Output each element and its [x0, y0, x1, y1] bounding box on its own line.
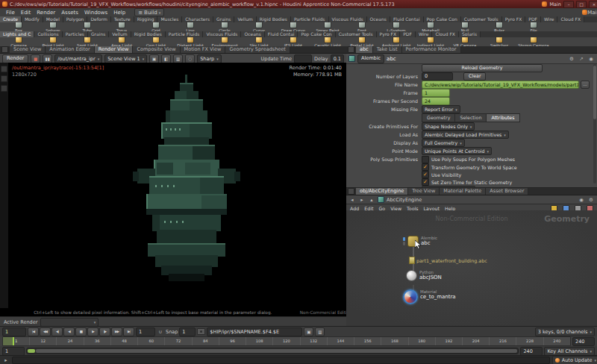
shelf-tool[interactable]: IES Light: [276, 37, 310, 46]
save-image-icon[interactable]: ▣: [149, 54, 159, 63]
pane-menu-icon[interactable]: [1, 46, 8, 53]
next-frame-button[interactable]: |▶: [99, 327, 110, 336]
file-name-field[interactable]: C:/dev/ews/wip/Tutorials/Tutorial_19_VFX…: [422, 81, 579, 89]
folder-tab[interactable]: Selection: [454, 113, 486, 122]
shelf-tab[interactable]: Customer Tools: [461, 16, 502, 22]
pane-tab[interactable]: Composite View: [133, 46, 180, 53]
shelf-tab[interactable]: Oceans: [241, 31, 264, 37]
shelf-tab[interactable]: Wire: [416, 31, 433, 37]
shelf-tool[interactable]: L-System: [379, 22, 413, 31]
image-zoom-icon[interactable]: [1, 85, 7, 92]
pane-tab[interactable]: Scene View: [10, 46, 46, 53]
pane-tab[interactable]: Material Palette: [440, 188, 486, 195]
back-arrow-icon[interactable]: ◂: [348, 197, 356, 203]
shelf-tab[interactable]: Grains: [88, 31, 109, 37]
node-flags[interactable]: [403, 236, 405, 245]
network-context-path[interactable]: AbcCityEngine: [387, 197, 422, 203]
region-render-icon[interactable]: ◌: [185, 54, 195, 63]
shelf-tab[interactable]: Texture: [111, 16, 134, 22]
create-primitives-select[interactable]: Shape Nodes Only▾: [422, 122, 475, 131]
shelf-tab[interactable]: Characters: [182, 16, 213, 22]
folder-tab[interactable]: Attributes: [486, 113, 519, 122]
shelf-tool[interactable]: Switcher: [482, 37, 516, 46]
pane-tab[interactable]: Render View: [95, 46, 134, 53]
snap-field[interactable]: 1: [179, 327, 196, 336]
gear-icon[interactable]: ⚙: [568, 56, 575, 62]
maximize-button[interactable]: □: [576, 1, 587, 8]
shelf-tool[interactable]: Tube: [70, 22, 104, 31]
shelf-tool[interactable]: Box: [1, 22, 36, 31]
alembic-file-reference[interactable]: part1_waterfront_building.abc: [409, 257, 487, 264]
shelf-tool[interactable]: Point Light: [36, 37, 70, 46]
snapshot-camera-icon[interactable]: ◧: [161, 54, 171, 63]
shelf-tool[interactable]: File: [516, 22, 551, 31]
menu-item[interactable]: Edit: [18, 10, 34, 16]
node-python[interactable]: Python abcJSON: [406, 270, 442, 281]
active-render-selector[interactable]: ▾: [40, 318, 99, 327]
operator-type-chip[interactable]: Alembic: [357, 54, 384, 63]
key-all-channels-selector[interactable]: Key All Channels▾: [544, 347, 595, 356]
missing-file-select[interactable]: Report Error▾: [422, 105, 460, 113]
prev-frame-button[interactable]: ◀|: [51, 327, 63, 336]
delay-field[interactable]: 0.1: [331, 54, 344, 63]
shelf-tool[interactable]: Sphere: [36, 22, 70, 31]
rewind-button[interactable]: |◀: [28, 327, 39, 336]
shelf-tool[interactable]: Draw Curve: [276, 22, 310, 31]
node-name-field[interactable]: abc: [387, 56, 396, 62]
shelf-tab[interactable]: Rigging: [134, 16, 158, 22]
render-region-icon[interactable]: [1, 75, 7, 82]
shelf-tool[interactable]: Distant Light: [173, 37, 207, 46]
stop-button[interactable]: ■: [75, 327, 87, 336]
next-keyframe-button[interactable]: ▶▶: [111, 327, 122, 336]
auto-update-selector[interactable]: Auto Update ▾: [552, 356, 597, 364]
playhead[interactable]: [3, 337, 14, 345]
menu-item[interactable]: Assets: [58, 10, 81, 16]
shelf-tab[interactable]: Fluid Contai: [265, 31, 298, 37]
magnet-snap-icon[interactable]: ∪: [157, 329, 164, 335]
take-snapshot-icon[interactable]: ▣: [304, 327, 313, 336]
shelf-tool[interactable]: Caustic Light: [310, 37, 345, 46]
shelf-tab[interactable]: Rigid Bodies: [131, 31, 166, 37]
shelf-tool[interactable]: Area Light: [104, 37, 139, 46]
range-end-field[interactable]: 240: [520, 347, 543, 356]
shelf-tab[interactable]: Cloud FX: [557, 16, 584, 22]
frame-jump-field[interactable]: 1: [136, 327, 155, 336]
pane-tab[interactable]: abc: [356, 46, 373, 53]
node-material[interactable]: Material ce_to_mantra: [403, 289, 456, 304]
display-as-select[interactable]: Full Geometry▾: [422, 139, 465, 147]
shelf-tool[interactable]: Ambient Light: [379, 37, 413, 46]
shelf-tab[interactable]: Cloud FX: [432, 31, 459, 37]
current-frame-field[interactable]: 1: [2, 327, 26, 336]
pane-tab[interactable]: Asset Browser: [486, 188, 528, 195]
pause-render-icon[interactable]: ▮▮: [43, 54, 52, 63]
pane-tab[interactable]: Take List: [373, 46, 402, 53]
pane-tab[interactable]: Motion FX View: [181, 46, 226, 53]
shelf-tab[interactable]: Collisions: [34, 31, 62, 37]
snapshot-list-icon[interactable]: ▥: [315, 327, 325, 336]
shelf-tool[interactable]: Spot Light: [70, 37, 104, 46]
shelf-tool[interactable]: Stereo Camera: [516, 37, 551, 46]
shelf-tool[interactable]: Geo Light: [139, 37, 173, 46]
world-space-checkbox[interactable]: ✓: [422, 163, 429, 171]
keys-info-selector[interactable]: 3 keys, 0/0 channels▾: [535, 327, 595, 336]
shelf-tab[interactable]: Muscles: [157, 16, 182, 22]
desktop-selector[interactable]: ≡ Build ▾: [134, 8, 164, 16]
pane-tab[interactable]: obj/AbcCityEngine: [356, 188, 408, 195]
up-arrow-icon[interactable]: ▴: [368, 197, 375, 203]
shelf-tab[interactable]: Pyro FX: [377, 31, 401, 37]
shelf-tool[interactable]: Grid: [139, 22, 173, 31]
shelf-tab[interactable]: Vellum: [109, 31, 131, 37]
shelf-tab[interactable]: PDF: [400, 31, 416, 37]
shelf-tool[interactable]: Null: [448, 22, 482, 31]
shelf-tool[interactable]: Environment: [207, 37, 242, 46]
menu-item[interactable]: File: [3, 10, 18, 16]
render-viewport[interactable]: /out/mantra_ipr/raytrace(-15:13:54[1] 12…: [0, 63, 346, 308]
pane-tab[interactable]: Animation Editor: [46, 46, 94, 53]
pane-tab[interactable]: Tree View: [408, 188, 440, 195]
shelf-tab[interactable]: Grains: [213, 16, 234, 22]
shelf-tab[interactable]: Pop Cake Con: [298, 31, 335, 37]
network-canvas[interactable]: Non-Commercial Edition Geometry Alembic …: [346, 210, 597, 327]
timeline-ruler[interactable]: 1122436486072849610812013214415616818019…: [2, 336, 571, 346]
poly-soup-checkbox[interactable]: [422, 156, 429, 163]
shelf-tab[interactable]: Viscous Fluids: [203, 31, 241, 37]
